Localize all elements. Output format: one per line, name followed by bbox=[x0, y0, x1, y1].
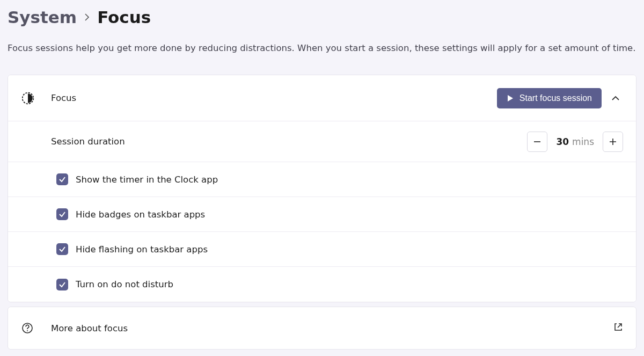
option-hide-flashing[interactable]: Hide flashing on taskbar apps bbox=[8, 232, 636, 267]
play-icon bbox=[507, 95, 514, 102]
help-icon bbox=[21, 322, 51, 335]
option-show-timer-label: Show the timer in the Clock app bbox=[76, 175, 623, 185]
focus-settings-group: Focus Start focus session Session durati… bbox=[8, 75, 636, 302]
session-duration-label: Session duration bbox=[21, 136, 527, 147]
focus-header-row[interactable]: Focus Start focus session bbox=[8, 75, 636, 121]
option-hide-flashing-label: Hide flashing on taskbar apps bbox=[76, 244, 623, 255]
option-hide-badges-label: Hide badges on taskbar apps bbox=[76, 209, 623, 220]
focus-icon bbox=[21, 91, 51, 105]
checkbox-show-timer[interactable] bbox=[56, 173, 68, 185]
more-about-focus-row[interactable]: More about focus bbox=[8, 307, 636, 349]
option-hide-badges[interactable]: Hide badges on taskbar apps bbox=[8, 197, 636, 232]
svg-point-2 bbox=[27, 330, 28, 331]
duration-increase-button[interactable] bbox=[603, 132, 623, 152]
breadcrumb-parent[interactable]: System bbox=[8, 8, 77, 27]
duration-decrease-button[interactable] bbox=[527, 132, 547, 152]
focus-header-label: Focus bbox=[51, 93, 497, 103]
check-icon bbox=[58, 281, 66, 288]
start-focus-session-label: Start focus session bbox=[519, 93, 592, 103]
page-description: Focus sessions help you get more done by… bbox=[8, 42, 636, 54]
duration-number: 30 bbox=[556, 136, 569, 147]
external-link-icon bbox=[613, 322, 623, 334]
check-icon bbox=[58, 176, 66, 183]
more-about-focus-label: More about focus bbox=[51, 323, 613, 333]
option-do-not-disturb-label: Turn on do not disturb bbox=[76, 279, 623, 289]
check-icon bbox=[58, 245, 66, 253]
page-title: Focus bbox=[97, 8, 151, 27]
breadcrumb: System Focus bbox=[8, 5, 636, 27]
plus-icon bbox=[609, 137, 617, 146]
option-show-timer[interactable]: Show the timer in the Clock app bbox=[8, 162, 636, 197]
option-do-not-disturb[interactable]: Turn on do not disturb bbox=[8, 267, 636, 302]
collapse-toggle[interactable] bbox=[608, 96, 623, 101]
checkbox-hide-flashing[interactable] bbox=[56, 243, 68, 255]
check-icon bbox=[58, 210, 66, 218]
more-about-focus-group: More about focus bbox=[8, 307, 636, 350]
session-duration-row: Session duration 30 mins bbox=[8, 121, 636, 162]
start-focus-session-button[interactable]: Start focus session bbox=[497, 88, 602, 108]
duration-unit: mins bbox=[572, 136, 594, 147]
session-duration-stepper: 30 mins bbox=[527, 132, 623, 152]
duration-value: 30 mins bbox=[556, 136, 594, 147]
chevron-right-icon bbox=[84, 12, 90, 23]
checkbox-do-not-disturb[interactable] bbox=[56, 279, 68, 290]
chevron-up-icon bbox=[611, 96, 620, 101]
checkbox-hide-badges[interactable] bbox=[56, 208, 68, 220]
minus-icon bbox=[533, 137, 541, 146]
